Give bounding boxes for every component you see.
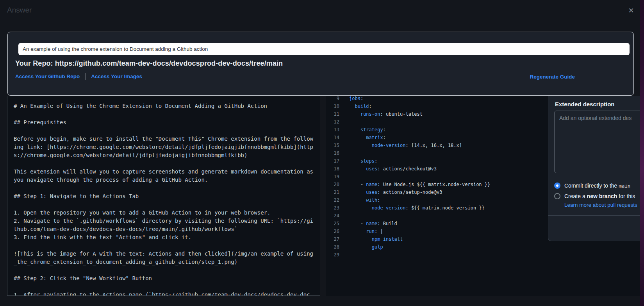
commit-directly-label: Commit directly to the main (564, 183, 630, 189)
create-branch-suffix: for this (617, 193, 635, 199)
access-github-repo-link[interactable]: Access Your Github Repo (15, 73, 80, 79)
code-line: 29 (326, 251, 641, 259)
branch-name: main (619, 183, 630, 189)
access-images-link[interactable]: Access Your Images (91, 73, 142, 79)
link-separator (85, 73, 86, 80)
query-input[interactable] (18, 43, 630, 55)
header-links-row: Access Your Github Repo Access Your Imag… (15, 73, 142, 80)
background-page-strip (640, 0, 644, 306)
repo-url-label: Your Repo: https://github.com/team-dev-d… (15, 59, 283, 68)
close-icon[interactable]: ✕ (626, 5, 637, 16)
commit-directly-text: Commit directly to the (564, 183, 619, 189)
create-branch-label: Create a new branch for this (564, 193, 635, 199)
code-line: 28 gulp (326, 243, 641, 251)
radio-selected-icon[interactable] (554, 183, 560, 189)
card-divider (548, 215, 644, 216)
markdown-editor[interactable]: # An Example of Using the Chrome Extensi… (7, 96, 320, 296)
create-branch-text: Create a (564, 193, 587, 199)
radio-unselected-icon[interactable] (554, 193, 560, 199)
regenerate-guide-link[interactable]: Regenerate Guide (530, 74, 575, 80)
commit-directly-radio-row[interactable]: Commit directly to the main (554, 183, 630, 189)
commit-panel: Extended description Commit directly to … (548, 96, 644, 241)
new-branch-bold: new branch (587, 193, 617, 199)
create-branch-radio-row[interactable]: Create a new branch for this (554, 193, 635, 199)
extended-description-label: Extended description (555, 101, 615, 107)
overlay-title: Answer (7, 6, 32, 14)
extended-description-textarea[interactable] (554, 111, 644, 173)
learn-more-pull-requests-link[interactable]: Learn more about pull requests (564, 202, 637, 208)
header-panel: Your Repo: https://github.com/team-dev-d… (7, 32, 634, 96)
